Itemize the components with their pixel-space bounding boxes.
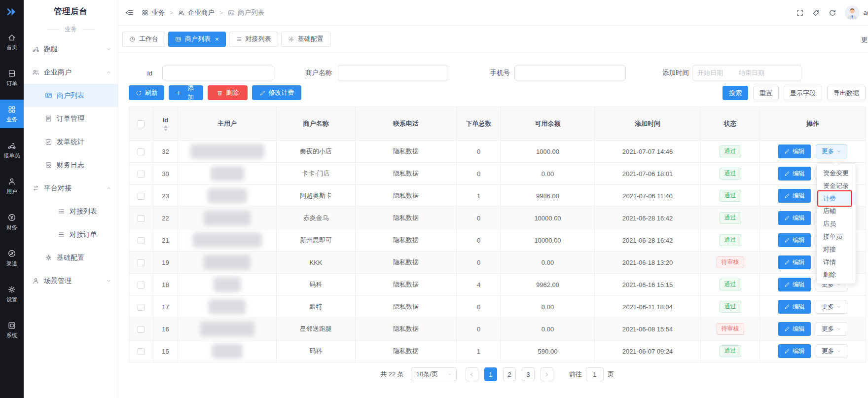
end-date-placeholder: 结束日期: [739, 69, 764, 77]
select-all-checkbox[interactable]: [138, 120, 145, 127]
sidebar-item-note[interactable]: 财务日志: [24, 153, 118, 177]
cell-phone: 隐私数据: [356, 163, 457, 185]
more-button[interactable]: 更多: [816, 344, 847, 358]
dropdown-item-0[interactable]: 资金变更: [817, 167, 856, 180]
edit-button[interactable]: 编辑: [778, 189, 811, 203]
dropdown-item-3[interactable]: 店铺: [817, 205, 856, 217]
row-checkbox[interactable]: [138, 326, 145, 333]
edit-button[interactable]: 编辑: [778, 344, 811, 358]
cell-id: 15: [153, 340, 178, 362]
tab-listcheck[interactable]: 对接列表: [229, 32, 278, 47]
more-button[interactable]: 更多: [816, 145, 847, 158]
next-page-button[interactable]: [541, 367, 553, 381]
rail-item-channel[interactable]: 渠道: [0, 244, 24, 272]
row-checkbox[interactable]: [138, 215, 145, 222]
close-tab-icon[interactable]: ×: [215, 36, 219, 42]
row-checkbox[interactable]: [138, 259, 145, 266]
edit-billing-button[interactable]: 修改计费: [252, 85, 301, 100]
breadcrumb-item-idcard[interactable]: 商户列表: [228, 8, 264, 17]
sidebar-item-idcard[interactable]: 商户列表: [24, 84, 118, 107]
rail-item-scooter[interactable]: 接单员: [0, 136, 24, 164]
dropdown-item-1[interactable]: 资金记录: [817, 180, 856, 192]
sidebar-item-listcheck[interactable]: 对接列表: [24, 200, 118, 223]
filter-merchant-input[interactable]: [338, 66, 449, 80]
reset-button[interactable]: 重置: [753, 86, 779, 100]
prev-page-button[interactable]: [466, 367, 478, 381]
refresh-icon[interactable]: [829, 9, 836, 17]
edit-button[interactable]: 编辑: [778, 233, 811, 247]
edit-button[interactable]: 编辑: [778, 167, 811, 181]
goto-page-input[interactable]: [586, 367, 604, 381]
edit-button[interactable]: 编辑: [778, 255, 811, 269]
edit-button[interactable]: 编辑: [778, 278, 811, 291]
tabs-more-button[interactable]: 更多: [861, 36, 868, 44]
page-button-3[interactable]: 3: [522, 367, 535, 381]
refresh-button[interactable]: 刷新: [129, 85, 164, 100]
row-checkbox[interactable]: [138, 282, 145, 289]
fullscreen-icon[interactable]: [796, 9, 804, 17]
breadcrumb-item-grid[interactable]: 业务: [142, 8, 165, 17]
filter-id-input[interactable]: [162, 66, 273, 80]
sidebar-item-lines[interactable]: 对接订单: [24, 223, 118, 246]
tab-idcard[interactable]: 商户列表 ×: [168, 32, 226, 47]
show-fields-button[interactable]: 显示字段: [784, 86, 822, 100]
dropdown-item-4[interactable]: 店员: [817, 217, 856, 230]
tab-settings[interactable]: 基础配置: [281, 32, 330, 47]
dropdown-item-5[interactable]: 接单员: [817, 230, 856, 243]
edit-button[interactable]: 编辑: [778, 145, 811, 158]
row-checkbox[interactable]: [138, 193, 145, 200]
row-checkbox[interactable]: [138, 171, 145, 178]
search-button[interactable]: 搜索: [723, 86, 748, 100]
sidebar-item-settings[interactable]: 基础配置: [24, 246, 118, 269]
note-icon: [45, 161, 52, 169]
daterange-picker[interactable]: 开始日期 结束日期: [692, 66, 801, 80]
dropdown-item-7[interactable]: 详情: [817, 256, 856, 269]
more-button[interactable]: 更多: [816, 322, 847, 336]
order-icon: [7, 69, 16, 78]
icon-rail: 首页 订单 业务 接单员 用户 财务 渠道 设置 系统: [0, 0, 24, 398]
more-button[interactable]: 更多: [816, 300, 847, 314]
add-button[interactable]: 添加: [169, 85, 203, 100]
breadcrumb-item-people[interactable]: 企业商户: [178, 8, 215, 17]
sidebar-item-people[interactable]: 企业商户: [24, 61, 118, 84]
sidebar-item-chart[interactable]: 发单统计: [24, 130, 118, 153]
filter-phone-input[interactable]: [514, 66, 626, 80]
dropdown-item-6[interactable]: 对接: [817, 243, 856, 256]
sidebar-item-swap[interactable]: 平台对接: [24, 177, 118, 200]
row-checkbox[interactable]: [138, 148, 145, 155]
rail-item-settings[interactable]: 设置: [0, 280, 24, 308]
rail-item-system[interactable]: 系统: [0, 316, 24, 344]
page-button-1[interactable]: 1: [484, 367, 497, 381]
cell-order-count: 0: [457, 252, 501, 274]
rail-item-home[interactable]: 首页: [0, 28, 24, 56]
username[interactable]: admin: [864, 9, 868, 16]
rail-item-person[interactable]: 用户: [0, 172, 24, 200]
sidebar-item-scooter[interactable]: 跑腿: [24, 37, 118, 61]
sidebar-item-document[interactable]: 订单管理: [24, 107, 118, 130]
delete-button[interactable]: 删除: [208, 85, 248, 100]
column-header-id[interactable]: Id: [153, 107, 178, 141]
avatar[interactable]: [845, 5, 860, 20]
tab-clock[interactable]: 工作台: [122, 32, 165, 47]
sidebar-item-person[interactable]: 场景管理: [24, 269, 118, 292]
rail-item-order[interactable]: 订单: [0, 64, 24, 92]
dropdown-item-8[interactable]: 删除: [817, 268, 856, 281]
export-button[interactable]: 导出数据: [827, 86, 866, 100]
edit-button[interactable]: 编辑: [778, 211, 811, 225]
row-checkbox[interactable]: [138, 348, 145, 355]
page-size-select[interactable]: 10条/页: [411, 367, 457, 381]
sort-icons[interactable]: [164, 125, 168, 131]
dropdown-item-2[interactable]: 计费: [817, 192, 856, 205]
rail-item-grid[interactable]: 业务: [0, 100, 24, 128]
menu-fold-icon[interactable]: [125, 8, 134, 17]
edit-button[interactable]: 编辑: [778, 300, 811, 314]
row-checkbox[interactable]: [138, 304, 145, 311]
app-logo[interactable]: [0, 0, 24, 24]
edit-button[interactable]: 编辑: [778, 322, 811, 336]
row-checkbox[interactable]: [138, 237, 145, 244]
page-button-2[interactable]: 2: [503, 367, 516, 381]
cell-main-user: [178, 163, 277, 185]
column-header: 操作: [760, 107, 866, 141]
theme-tag-icon[interactable]: [812, 9, 820, 17]
rail-item-finance[interactable]: 财务: [0, 208, 24, 236]
